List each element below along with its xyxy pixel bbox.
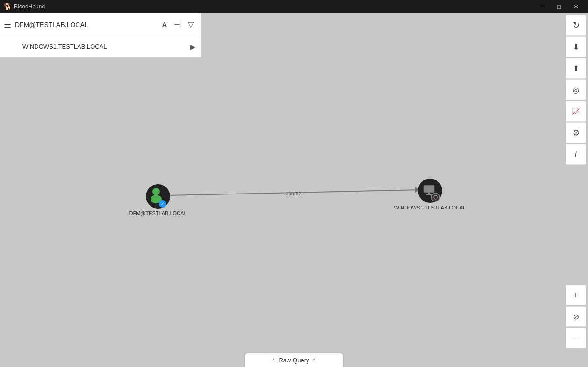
right-toolbar: ↻ ⬇ ⬆ ◎ 📈 ⚙ i [564,13,588,165]
download-button[interactable]: ⬇ [566,36,586,57]
graph-area[interactable]: CanRDP ✓ DFM@TESTLAB.LOCAL WI [0,13,588,367]
edge-label: CanRDP [285,191,304,196]
menu-icon[interactable]: ☰ [4,20,11,30]
svg-point-9 [431,193,440,201]
node-windows1[interactable]: WINDOWS1.TESTLAB.LOCAL [394,179,466,210]
graph-svg: CanRDP ✓ DFM@TESTLAB.LOCAL WI [0,13,588,367]
svg-rect-6 [424,185,434,193]
app-title: BloodHound [14,3,534,10]
minimize-button[interactable]: − [534,0,551,13]
left-panel: ☰ A ⊣ ▽ WINDOWS1.TESTLAB.LOCAL ▶ [0,13,201,57]
raw-query-chevron-down: ^ [313,358,316,363]
search-result-item[interactable]: WINDOWS1.TESTLAB.LOCAL ▶ [0,36,201,57]
close-button[interactable]: ✕ [567,0,584,13]
refresh-button[interactable]: ↻ [566,15,586,36]
locate-button[interactable]: ◎ [566,79,586,100]
node-dfm[interactable]: ✓ DFM@TESTLAB.LOCAL [129,184,186,216]
result-item-arrow: ▶ [190,43,195,50]
svg-point-1 [152,188,160,195]
raw-query-text: Raw Query [279,357,309,364]
info-button[interactable]: i [566,144,586,165]
maximize-button[interactable]: □ [551,0,567,13]
search-bar: ☰ A ⊣ ▽ [0,13,201,36]
raw-query-bar[interactable]: ^ Raw Query ^ [245,353,343,367]
window-controls: − □ ✕ [534,0,584,13]
upload-button[interactable]: ⬆ [566,58,586,79]
find-icon[interactable]: A [158,18,171,31]
chart-button[interactable]: 📈 [566,101,586,122]
search-input[interactable] [15,21,158,29]
zoom-in-button[interactable]: + [566,285,586,305]
zoom-controls: + ⊘ − [566,285,586,348]
result-item-label: WINDOWS1.TESTLAB.LOCAL [22,43,190,50]
raw-query-chevron-up: ^ [272,358,275,363]
zoom-reset-button[interactable]: ⊘ [566,306,586,327]
zoom-out-button[interactable]: − [566,328,586,348]
filter-icon[interactable]: ▽ [184,18,197,31]
raw-query-label: ^ Raw Query ^ [272,357,315,364]
svg-rect-8 [426,194,432,195]
back-icon[interactable]: ⊣ [171,18,184,31]
svg-text:✓: ✓ [161,201,165,206]
node-windows1-label: WINDOWS1.TESTLAB.LOCAL [394,205,466,210]
settings-button[interactable]: ⚙ [566,122,586,143]
node-dfm-label: DFM@TESTLAB.LOCAL [129,210,186,216]
titlebar: 🐕 BloodHound − □ ✕ [0,0,588,13]
app-icon: 🐕 [4,3,11,10]
svg-rect-7 [428,193,430,194]
